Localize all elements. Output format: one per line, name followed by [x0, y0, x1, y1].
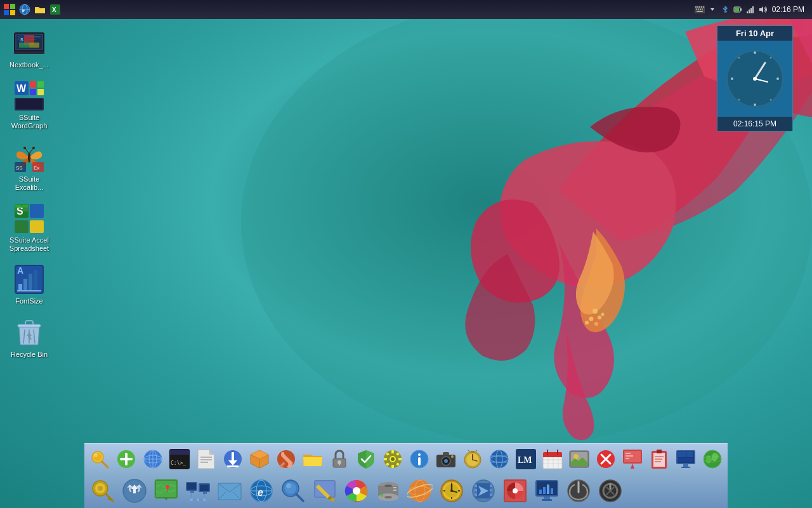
ie-taskbar-icon[interactable]: e [18, 3, 32, 17]
svg-point-6 [585, 321, 589, 324]
svg-line-154 [476, 450, 477, 451]
svg-rect-277 [539, 490, 542, 494]
excalib-icon[interactable]: SS Ex SSuite Excalib... [6, 140, 52, 194]
keyboard-tray-icon[interactable] [695, 4, 705, 15]
dock-network-computer[interactable] [183, 476, 213, 505]
svg-point-222 [203, 498, 206, 501]
nextbook-icon[interactable]: S Nextbook_... [6, 25, 52, 72]
svg-rect-47 [29, 43, 39, 48]
dock-color-picker[interactable] [342, 476, 371, 505]
dock-magnifier-blue[interactable] [278, 476, 308, 505]
wordgraph-icon[interactable]: W SSuite WordGraph [6, 78, 52, 133]
svg-rect-77 [34, 270, 37, 290]
dock-settings[interactable] [380, 446, 405, 472]
dock-clock2[interactable] [437, 476, 466, 505]
dock-camera[interactable] [433, 446, 459, 472]
svg-rect-127 [339, 462, 340, 465]
svg-rect-180 [624, 451, 641, 462]
svg-point-56 [28, 152, 30, 163]
dock-lm-icon[interactable]: LM [513, 446, 539, 472]
dock-power-standby[interactable] [564, 476, 593, 505]
dock-map-pin[interactable] [620, 446, 645, 472]
dock-power-off[interactable] [596, 476, 625, 505]
dock-ie-browser[interactable]: e [247, 476, 276, 505]
svg-text:e: e [22, 8, 25, 13]
svg-point-3 [589, 317, 594, 321]
svg-point-87 [731, 77, 733, 80]
dock-key-search[interactable] [88, 476, 117, 505]
recycle-bin-label: Recycle Bin [11, 351, 48, 359]
svg-rect-268 [490, 485, 492, 487]
dock-pen-edit[interactable] [310, 476, 339, 505]
dock-tasks[interactable] [646, 446, 672, 472]
dock-package[interactable] [247, 446, 272, 472]
dock-x-close[interactable] [593, 446, 619, 472]
battery-tray-icon[interactable] [733, 4, 743, 15]
dock-calendar[interactable] [540, 446, 565, 472]
dock-tools[interactable] [273, 446, 299, 472]
dock-network-globe[interactable] [140, 446, 166, 472]
svg-rect-187 [657, 450, 662, 453]
svg-rect-55 [16, 99, 43, 109]
fontsize-icon[interactable]: A FontSize [6, 262, 52, 308]
dock-browser[interactable] [487, 446, 512, 472]
dock-add-green[interactable] [114, 446, 139, 472]
windows-start-button[interactable] [3, 3, 16, 17]
dock-web-globe[interactable] [405, 476, 435, 505]
svg-rect-196 [686, 452, 693, 457]
svg-point-145 [444, 459, 448, 463]
svg-rect-186 [653, 453, 665, 467]
dock-map-globe[interactable] [700, 446, 725, 472]
dock-recycle[interactable] [120, 476, 149, 505]
svg-rect-18 [695, 6, 697, 8]
dock-magnifier-yellow[interactable] [87, 446, 112, 472]
svg-rect-269 [490, 489, 492, 491]
clock-face [717, 41, 792, 117]
svg-rect-70 [15, 220, 29, 233]
dock-monitor[interactable] [673, 446, 698, 472]
svg-point-221 [190, 498, 193, 501]
folder-taskbar-icon[interactable] [33, 3, 47, 17]
svg-rect-213 [187, 483, 196, 490]
svg-point-4 [594, 322, 598, 326]
svg-point-92 [770, 99, 772, 101]
dock-mail[interactable] [215, 476, 244, 505]
taskbar-top-right: 02:16 PM [695, 4, 809, 15]
tray-dropdown-icon[interactable] [707, 4, 717, 15]
svg-point-175 [573, 454, 579, 459]
svg-rect-31 [735, 8, 739, 11]
svg-point-85 [754, 51, 756, 54]
svg-rect-20 [699, 6, 700, 8]
recycle-bin-icon[interactable]: Recycle Bin [6, 315, 52, 361]
signal-tray-icon[interactable] [745, 4, 756, 15]
svg-rect-165 [543, 455, 562, 457]
svg-rect-265 [475, 485, 477, 487]
dock-chart[interactable] [501, 476, 530, 505]
dock-map-network[interactable] [152, 476, 181, 505]
svg-point-2 [598, 316, 601, 319]
recycle-bin-icon-img [14, 318, 44, 348]
svg-text:LM: LM [518, 455, 532, 465]
dock-disk[interactable] [374, 476, 403, 505]
dock-scissors[interactable] [469, 476, 498, 505]
clock-time: 02:16 PM [772, 5, 804, 14]
dock-monitor2[interactable] [532, 476, 561, 505]
accel-icon[interactable]: S SSuite Accel Spreadsheet [6, 201, 52, 255]
bluetooth-tray-icon[interactable] [720, 4, 730, 15]
dock-cmd[interactable]: C:\>_ [167, 446, 192, 472]
dock-document[interactable] [193, 446, 219, 472]
dock-lock[interactable] [327, 446, 352, 472]
dock-timer[interactable] [460, 446, 485, 472]
svg-rect-205 [110, 499, 112, 501]
dock-info[interactable] [407, 446, 432, 472]
volume-tray-icon[interactable] [758, 4, 768, 15]
svg-point-130 [391, 457, 395, 461]
svg-point-245 [381, 494, 383, 497]
svg-rect-26 [702, 9, 703, 10]
dock-photo[interactable] [566, 446, 592, 472]
svg-point-140 [418, 453, 421, 456]
dock-folder[interactable] [300, 446, 325, 472]
dock-download[interactable] [220, 446, 246, 472]
excel-taskbar-icon[interactable]: X [48, 3, 62, 17]
dock-shield[interactable] [353, 446, 379, 472]
